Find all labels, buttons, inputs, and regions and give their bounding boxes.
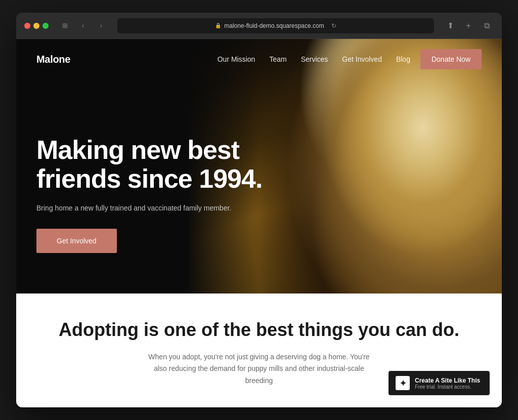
nav-link-get-involved[interactable]: Get Involved: [342, 55, 382, 63]
address-bar[interactable]: 🔒 malone-fluid-demo.squarespace.com ↻: [117, 18, 434, 33]
navigation: Malone Our Mission Team Services Get Inv…: [16, 39, 502, 79]
forward-button[interactable]: ›: [94, 19, 108, 33]
hero-title: Making new best friends since 1994.: [36, 136, 269, 193]
browser-chrome: ⊞ ‹ › 🔒 malone-fluid-demo.squarespace.co…: [16, 13, 502, 39]
url-text: malone-fluid-demo.squarespace.com: [224, 22, 324, 29]
nav-link-team[interactable]: Team: [269, 55, 286, 63]
lock-icon: 🔒: [215, 23, 221, 28]
browser-window: ⊞ ‹ › 🔒 malone-fluid-demo.squarespace.co…: [16, 13, 502, 407]
hero-subtitle: Bring home a new fully trained and vacci…: [36, 202, 269, 214]
donate-now-button[interactable]: Donate Now: [420, 49, 482, 69]
website-content: Malone Our Mission Team Services Get Inv…: [16, 39, 502, 407]
bottom-title: Adopting is one of the best things you c…: [36, 319, 482, 341]
squarespace-badge-title: Create A Site Like This: [415, 377, 480, 384]
nav-link-our-mission[interactable]: Our Mission: [218, 55, 255, 63]
browser-actions: ⬆ + ⧉: [443, 19, 494, 33]
back-button[interactable]: ‹: [76, 19, 90, 33]
squarespace-badge[interactable]: ✦ Create A Site Like This Free trial. In…: [388, 371, 490, 395]
traffic-lights: [24, 23, 49, 29]
site-logo[interactable]: Malone: [36, 54, 70, 65]
new-tab-button[interactable]: +: [461, 19, 476, 33]
traffic-light-red[interactable]: [24, 23, 30, 29]
tabs-button[interactable]: ⧉: [480, 19, 494, 33]
bottom-body: When you adopt, you're not just giving a…: [148, 351, 370, 387]
sidebar-toggle-button[interactable]: ⊞: [58, 19, 72, 33]
squarespace-badge-subtitle: Free trial. Instant access.: [415, 384, 480, 390]
nav-link-services[interactable]: Services: [301, 55, 328, 63]
squarespace-badge-text: Create A Site Like This Free trial. Inst…: [415, 377, 480, 390]
browser-controls: ⊞ ‹ ›: [58, 19, 108, 33]
hero-section: Malone Our Mission Team Services Get Inv…: [16, 39, 502, 293]
traffic-light-yellow[interactable]: [33, 23, 39, 29]
hero-content: Making new best friends since 1994. Brin…: [36, 136, 269, 254]
nav-links: Our Mission Team Services Get Involved B…: [218, 55, 410, 63]
share-button[interactable]: ⬆: [443, 19, 457, 33]
nav-link-blog[interactable]: Blog: [396, 55, 410, 63]
bottom-section: Adopting is one of the best things you c…: [16, 293, 502, 407]
squarespace-logo-icon: ✦: [396, 376, 410, 390]
squarespace-icon: ✦: [400, 379, 406, 388]
reload-icon[interactable]: ↻: [331, 22, 336, 29]
get-involved-button[interactable]: Get Involved: [36, 229, 117, 253]
traffic-light-green[interactable]: [42, 23, 49, 29]
